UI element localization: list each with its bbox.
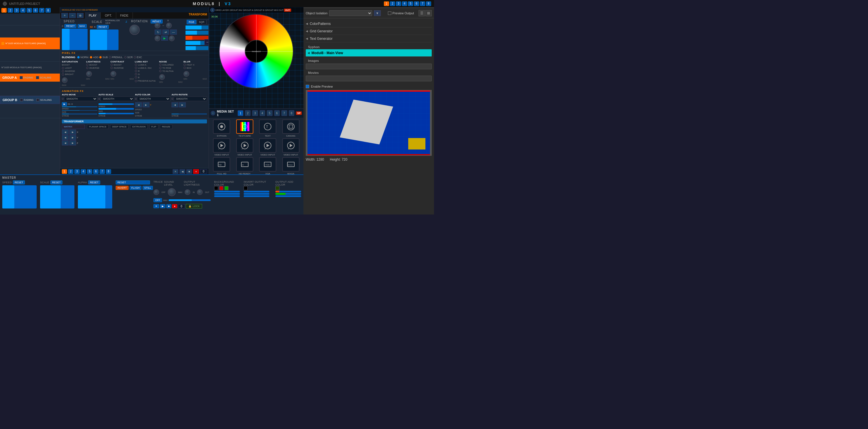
num-tab-5[interactable]: 5 bbox=[408, 1, 413, 6]
sidebar-layer-1[interactable] bbox=[0, 13, 60, 26]
ctrl-play-btn[interactable]: ▶ bbox=[160, 204, 165, 208]
vis-info-btn[interactable]: i bbox=[210, 8, 215, 12]
media-wxga[interactable]: WXGA WXGA bbox=[280, 157, 302, 175]
invert-btn[interactable]: INVERT bbox=[116, 186, 128, 190]
sidebar-num-2[interactable]: 2 bbox=[8, 8, 13, 12]
ctrl-prev[interactable]: ◀ bbox=[180, 169, 185, 174]
sidebar-num-8[interactable]: 8 bbox=[45, 8, 51, 12]
list-view-btn[interactable]: ☰ bbox=[418, 10, 425, 16]
sqr-btn[interactable]: SQR bbox=[197, 20, 207, 24]
bottom-num-2[interactable]: 2 bbox=[68, 169, 73, 174]
sub-mode[interactable]: SUB bbox=[99, 56, 108, 59]
ctrl-x[interactable]: ✕ bbox=[173, 169, 178, 174]
sidebar-layer-4[interactable] bbox=[0, 50, 60, 62]
master-alpha-slider[interactable] bbox=[78, 185, 112, 209]
planar-space-label[interactable]: PLANAR SPACE bbox=[87, 125, 108, 129]
sync-btn[interactable]: ⇌ bbox=[162, 30, 169, 35]
bottom-num-1[interactable]: 1 bbox=[62, 169, 67, 174]
lightness-knob[interactable] bbox=[86, 71, 92, 77]
bg-red-swatch[interactable] bbox=[219, 186, 223, 190]
master-scale-reset[interactable]: RESET bbox=[51, 180, 62, 184]
group-b-scaling[interactable]: SCALING bbox=[36, 98, 52, 101]
text-icon-box[interactable]: T bbox=[259, 119, 276, 134]
add-mode[interactable]: ADD bbox=[90, 56, 98, 59]
contrast-knob[interactable] bbox=[111, 71, 116, 77]
ctrl-x-btn[interactable]: ✕ bbox=[153, 204, 159, 208]
bottom-num-4[interactable]: 4 bbox=[81, 169, 86, 174]
bottom-num-7[interactable]: 7 bbox=[100, 169, 105, 174]
media-text[interactable]: T TEXT bbox=[257, 119, 279, 137]
num-tab-7[interactable]: 7 bbox=[420, 1, 425, 6]
x-knob[interactable] bbox=[155, 23, 160, 28]
canvas-icon-box[interactable] bbox=[282, 119, 300, 134]
group-a-scaling[interactable]: SCALING bbox=[36, 76, 52, 79]
xga-box[interactable]: XGA bbox=[259, 157, 276, 172]
auto-rotate-right[interactable]: ▶ bbox=[179, 102, 186, 108]
add-layer-btn[interactable]: + bbox=[61, 13, 68, 18]
video-input-1-box[interactable]: 1 bbox=[213, 138, 230, 153]
video-input-2-box[interactable]: 2 bbox=[236, 138, 253, 153]
syphon-icon-box[interactable] bbox=[213, 119, 230, 134]
num-tab-3[interactable]: 3 bbox=[396, 1, 401, 6]
media-tab-7[interactable]: 7 bbox=[281, 110, 287, 116]
saturation-knob[interactable] bbox=[62, 77, 68, 83]
auto-scale-speed[interactable] bbox=[98, 103, 134, 105]
auto-move-size[interactable] bbox=[62, 110, 97, 111]
color-patterns-item[interactable]: ◀ ColorPatterns bbox=[306, 20, 432, 28]
video-input-3-box[interactable]: 3 bbox=[259, 138, 276, 153]
media-syphon[interactable]: SYPHON bbox=[211, 119, 233, 137]
grid-view-btn[interactable]: ⊞ bbox=[426, 10, 432, 16]
sidebar-layer-2[interactable] bbox=[0, 26, 60, 37]
master-alpha-reset[interactable]: RESET bbox=[88, 180, 100, 184]
matrix-z-left[interactable]: ◀ bbox=[62, 140, 69, 146]
exc-mode[interactable]: EXC bbox=[134, 56, 142, 59]
main-knob-1[interactable] bbox=[155, 35, 160, 41]
matrix-y-right[interactable]: ▶ bbox=[69, 135, 76, 140]
bottom-num-5[interactable]: 5 bbox=[87, 169, 92, 174]
num-tab-8[interactable]: 8 bbox=[426, 1, 431, 6]
bottom-num-8[interactable]: 8 bbox=[106, 169, 111, 174]
media-tab-4[interactable]: 4 bbox=[260, 110, 265, 116]
resize-label[interactable]: RESIZE bbox=[160, 125, 172, 129]
sound-max-knob[interactable] bbox=[168, 188, 176, 196]
auto-rotate-strob[interactable] bbox=[172, 114, 207, 114]
video-input-4-box[interactable]: 4 bbox=[282, 138, 300, 153]
sound-out-knob[interactable] bbox=[197, 189, 203, 195]
trace-off-knob[interactable] bbox=[153, 189, 159, 195]
auto-scale-strob[interactable] bbox=[98, 113, 134, 114]
inv-r-slider[interactable] bbox=[244, 191, 269, 192]
master-speed-slider[interactable] bbox=[2, 185, 37, 209]
num-tab-4[interactable]: 4 bbox=[402, 1, 407, 6]
sidebar-layer-5[interactable]: N°1025 MODUL8-TESTCARD [IMAGE] bbox=[0, 62, 60, 73]
y-knob[interactable] bbox=[166, 23, 172, 28]
num-tab-2[interactable]: 2 bbox=[390, 1, 395, 6]
minus-vis-btn[interactable]: − bbox=[205, 39, 209, 45]
main-knob-2[interactable] bbox=[169, 35, 175, 41]
hd-ready-box[interactable]: HD bbox=[236, 157, 253, 172]
spt-btn[interactable]: SPT bbox=[207, 20, 209, 24]
syphon-source-item[interactable]: ◀ Modul8 - Main View bbox=[306, 49, 432, 57]
speed-slider[interactable] bbox=[62, 29, 88, 50]
media-xga[interactable]: XGA XGA bbox=[257, 157, 279, 175]
loop-btn[interactable]: ↻ bbox=[155, 30, 161, 35]
sidebar-num-6[interactable]: 6 bbox=[33, 8, 38, 12]
media-tab-3[interactable]: 3 bbox=[252, 110, 258, 116]
auto-scale-size[interactable] bbox=[98, 108, 134, 110]
inv-g-slider[interactable] bbox=[244, 193, 269, 195]
extrusion-label[interactable]: EXTRUSION bbox=[130, 125, 148, 129]
still-btn[interactable]: STILL bbox=[143, 186, 153, 190]
auto-color-select[interactable]: SMOOTH bbox=[137, 96, 170, 101]
scr-mode[interactable]: SCR bbox=[124, 56, 133, 59]
add-r-slider[interactable] bbox=[275, 191, 301, 192]
add-b-slider[interactable] bbox=[275, 195, 301, 197]
tab-opt[interactable]: OPT. bbox=[101, 12, 116, 19]
media-info-btn[interactable]: i bbox=[211, 111, 215, 115]
bg-r-slider[interactable] bbox=[214, 191, 240, 192]
enable-preview-checkbox[interactable] bbox=[306, 85, 309, 88]
master-ifs-reset[interactable]: RESET bbox=[116, 180, 150, 184]
bottom-num-3[interactable]: 3 bbox=[74, 169, 80, 174]
preview-output-checkbox[interactable] bbox=[388, 11, 391, 15]
stop-btn[interactable]: — bbox=[170, 30, 177, 35]
grid-generator-item[interactable]: ◀ Grid Generator bbox=[306, 28, 432, 35]
ctrl-stop-btn[interactable]: ■ bbox=[166, 204, 171, 208]
